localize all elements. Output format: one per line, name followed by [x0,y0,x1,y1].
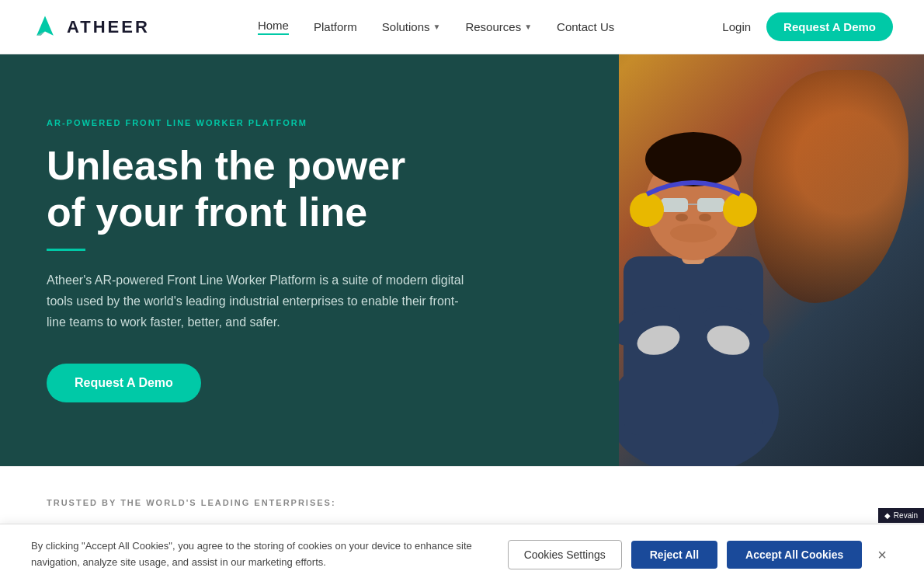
reject-all-button[interactable]: Reject All [631,541,717,569]
svg-point-10 [645,132,742,186]
svg-point-17 [699,214,711,221]
revain-label: Revain [894,511,918,520]
atheer-logo-icon [31,13,59,41]
logo: ATHEER [31,13,150,41]
main-nav: Home Platform Solutions ▼ Resources ▼ Co… [258,19,614,35]
svg-marker-0 [36,16,54,35]
cookies-settings-button[interactable]: Cookies Settings [508,540,622,569]
nav-actions: Login Request A Demo [722,12,893,41]
svg-rect-12 [697,198,724,212]
header-demo-button[interactable]: Request A Demo [766,12,893,41]
nav-home[interactable]: Home [258,19,289,35]
header: ATHEER Home Platform Solutions ▼ Resourc… [0,0,924,54]
hero-title: Unleash the power of your front line [47,143,572,236]
solutions-chevron-icon: ▼ [433,23,441,31]
nav-platform[interactable]: Platform [314,20,357,33]
hero-section: AR-POWERED FRONT LINE WORKER PLATFORM Un… [0,54,924,466]
cookie-close-button[interactable]: × [871,543,893,567]
revain-badge: ◆ Revain [878,508,924,523]
logo-text: ATHEER [67,17,150,37]
svg-point-18 [670,224,717,242]
hero-content: AR-POWERED FRONT LINE WORKER PLATFORM Un… [0,54,619,466]
login-link[interactable]: Login [722,20,751,33]
resources-chevron-icon: ▼ [524,23,532,31]
revain-icon: ◆ [884,511,891,520]
cookie-actions: Cookies Settings Reject All Accept All C… [508,540,893,569]
nav-resources[interactable]: Resources ▼ [465,20,532,33]
hero-divider [47,249,85,251]
nav-solutions[interactable]: Solutions ▼ [382,20,441,33]
nav-contact[interactable]: Contact Us [557,20,614,33]
cookie-banner: By clicking "Accept All Cookies", you ag… [0,524,924,585]
accept-all-cookies-button[interactable]: Accept All Cookies [727,541,862,569]
trusted-label: TRUSTED BY THE WORLD'S LEADING ENTERPRIS… [47,498,877,507]
svg-point-15 [723,193,757,227]
hero-tag: AR-POWERED FRONT LINE WORKER PLATFORM [47,118,572,127]
svg-point-14 [630,193,664,227]
hero-demo-button[interactable]: Request A Demo [47,364,201,402]
svg-rect-11 [661,198,688,212]
svg-point-16 [676,214,688,221]
hero-description: Atheer's AR-powered Front Line Worker Pl… [47,270,466,333]
cookie-text: By clicking "Accept All Cookies", you ag… [31,538,492,571]
